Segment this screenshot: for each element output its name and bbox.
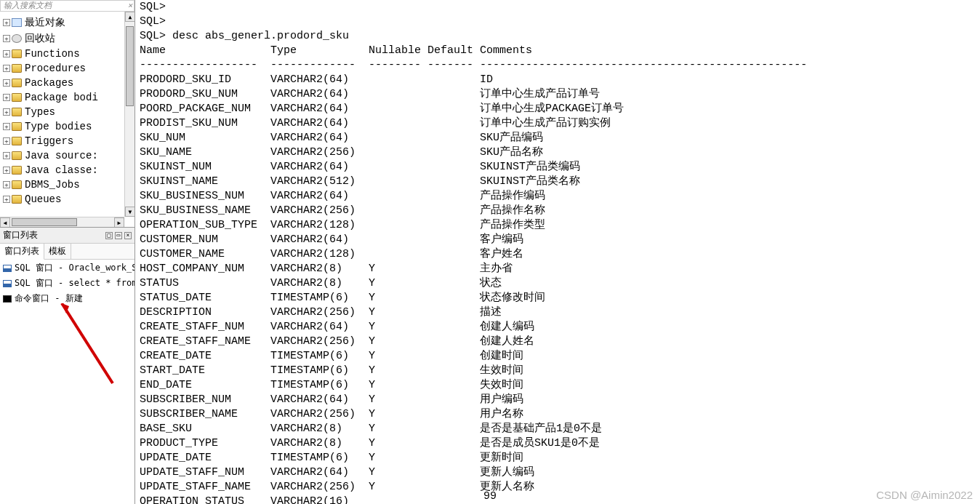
search-input[interactable]: 输入搜索文档 × xyxy=(0,0,134,12)
output-line: STATUS_DATE TIMESTAMP(6) Y 状态修改时间 xyxy=(140,291,980,305)
tree-item-label: Java source: xyxy=(25,150,98,161)
object-tree: +最近对象+回收站+Functions+Procedures+Packages+… xyxy=(0,12,134,227)
page-number: 99 xyxy=(483,490,497,503)
clear-icon[interactable]: × xyxy=(127,1,132,11)
window-list-item[interactable]: 命令窗口 - 新建 xyxy=(0,291,134,306)
command-output[interactable]: SQL> SQL> SQL> desc abs_generl.prodord_s… xyxy=(135,0,980,504)
tree-item[interactable]: +Package bodi xyxy=(0,90,134,105)
output-line: SKU_BUSINESS_NUM VARCHAR2(64) 产品操作编码 xyxy=(140,189,980,204)
output-line: OPERATION_SUB_TYPE VARCHAR2(128) 产品操作类型 xyxy=(140,218,980,233)
window-list-item[interactable]: SQL 窗口 - select * from ab xyxy=(0,276,134,291)
output-line: SKUINST_NUM VARCHAR2(64) SKUINST产品类编码 xyxy=(140,160,980,175)
folder-icon xyxy=(12,49,22,58)
window-list-items: SQL 窗口 - Oracle_work_SQL.SQL 窗口 - select… xyxy=(0,260,134,504)
output-line: SKU_BUSINESS_NAME VARCHAR2(256) 产品操作名称 xyxy=(140,204,980,218)
scroll-left-icon[interactable]: ◀ xyxy=(0,217,10,227)
tree-item[interactable]: +Procedures xyxy=(0,61,134,76)
expand-icon[interactable]: + xyxy=(3,94,10,101)
output-line: CREATE_DATE TIMESTAMP(6) Y 创建时间 xyxy=(140,349,980,364)
tree-item-label: Functions xyxy=(25,48,80,60)
tree-item[interactable]: +回收站 xyxy=(0,31,134,47)
expand-icon[interactable]: + xyxy=(3,65,10,72)
expand-icon[interactable]: + xyxy=(3,35,10,42)
tree-item[interactable]: +Packages xyxy=(0,76,134,90)
output-line: POORD_PACKAGE_NUM VARCHAR2(64) 订单中心生成PAC… xyxy=(140,102,980,116)
output-line: SKU_NAME VARCHAR2(256) SKU产品名称 xyxy=(140,145,980,160)
tree-item[interactable]: +Triggers xyxy=(0,134,134,148)
folder-icon xyxy=(12,108,22,116)
window-list-tab[interactable]: 窗口列表 xyxy=(0,244,44,260)
window-list-item-label: SQL 窗口 - select * from ab xyxy=(15,277,134,289)
annotation-arrow-icon xyxy=(55,303,120,391)
output-line: CUSTOMER_NAME VARCHAR2(128) 客户姓名 xyxy=(140,247,980,262)
tree-item[interactable]: +Functions xyxy=(0,47,134,61)
window-list-header: 窗口列表 □ ▭ × xyxy=(0,228,134,244)
tree-scrollbar-vertical[interactable]: ▲ ▼ xyxy=(124,12,134,217)
tree-item[interactable]: +Java source: xyxy=(0,148,134,163)
tree-item-label: Type bodies xyxy=(25,121,92,132)
tree-item-label: 回收站 xyxy=(25,32,55,45)
output-line: UPDATE_STAFF_NAME VARCHAR2(256) Y 更新人名称 xyxy=(140,480,980,495)
scroll-down-icon[interactable]: ▼ xyxy=(125,207,134,217)
output-line: PRODIST_SKU_NUM VARCHAR2(64) 订单中心生成产品订购实… xyxy=(140,116,980,131)
tree-item[interactable]: +DBMS_Jobs xyxy=(0,177,134,192)
output-line: START_DATE TIMESTAMP(6) Y 生效时间 xyxy=(140,364,980,378)
output-line: PRODORD_SKU_ID VARCHAR2(64) ID xyxy=(140,73,980,87)
sql-window-icon xyxy=(3,265,12,272)
window-list-tab[interactable]: 模板 xyxy=(44,244,71,259)
tree-item[interactable]: +Types xyxy=(0,105,134,119)
svg-line-0 xyxy=(62,303,113,383)
tree-item-label: 最近对象 xyxy=(25,16,65,29)
folder-icon xyxy=(12,195,22,204)
output-line: SQL> desc abs_generl.prodord_sku xyxy=(140,29,980,44)
recent-icon xyxy=(12,18,22,27)
window-list-item[interactable]: SQL 窗口 - Oracle_work_SQL. xyxy=(0,260,134,276)
expand-icon[interactable]: + xyxy=(3,181,10,188)
window-list-panel: 窗口列表 □ ▭ × 窗口列表模板 SQL 窗口 - Oracle_work_S… xyxy=(0,227,134,504)
scroll-right-icon[interactable]: ▶ xyxy=(114,217,124,227)
output-line: CUSTOMER_NUM VARCHAR2(64) 客户编码 xyxy=(140,233,980,247)
output-line: UPDATE_STAFF_NUM VARCHAR2(64) Y 更新人编码 xyxy=(140,465,980,480)
expand-icon[interactable]: + xyxy=(3,19,10,26)
output-line: CREATE_STAFF_NAME VARCHAR2(256) Y 创建人姓名 xyxy=(140,335,980,349)
expand-icon[interactable]: + xyxy=(3,167,10,174)
tree-item-label: Queues xyxy=(25,193,61,205)
output-line: CREATE_STAFF_NUM VARCHAR2(64) Y 创建人编码 xyxy=(140,320,980,335)
folder-icon xyxy=(12,79,22,87)
output-line: OPERATION_STATUS VARCHAR2(16) xyxy=(140,495,980,504)
tree-item[interactable]: +Queues xyxy=(0,192,134,207)
output-line: SQL> xyxy=(140,15,980,29)
output-line: BASE_SKU VARCHAR2(8) Y 是否是基础产品1是0不是 xyxy=(140,422,980,436)
expand-icon[interactable]: + xyxy=(3,50,10,57)
command-window-icon xyxy=(3,295,12,303)
folder-icon xyxy=(12,166,22,175)
tree-item-label: Triggers xyxy=(25,135,73,147)
output-line: UPDATE_DATE TIMESTAMP(6) Y 更新时间 xyxy=(140,451,980,465)
close-icon[interactable]: × xyxy=(124,232,132,239)
dock-icon[interactable]: ▭ xyxy=(115,232,122,239)
expand-icon[interactable]: + xyxy=(3,152,10,159)
tree-scrollbar-horizontal[interactable]: ◀ ▶ xyxy=(0,217,124,227)
window-list-tabs: 窗口列表模板 xyxy=(0,244,134,260)
output-line: SUBSCRIBER_NAME VARCHAR2(256) Y 用户名称 xyxy=(140,407,980,422)
pin-icon[interactable]: □ xyxy=(105,232,113,239)
output-line: DESCRIPTION VARCHAR2(256) Y 描述 xyxy=(140,305,980,320)
sql-window-icon xyxy=(3,280,12,287)
tree-item[interactable]: +Type bodies xyxy=(0,119,134,134)
tree-item-label: Java classe: xyxy=(25,164,98,176)
left-panel: 输入搜索文档 × +最近对象+回收站+Functions+Procedures+… xyxy=(0,0,135,504)
expand-icon[interactable]: + xyxy=(3,108,10,116)
window-list-title: 窗口列表 xyxy=(3,229,38,241)
output-line: SUBSCRIBER_NUM VARCHAR2(64) Y 用户编码 xyxy=(140,393,980,407)
folder-icon xyxy=(12,93,22,102)
tree-item[interactable]: +Java classe: xyxy=(0,163,134,177)
tree-item-label: Package bodi xyxy=(25,92,98,103)
scroll-up-icon[interactable]: ▲ xyxy=(125,12,134,22)
expand-icon[interactable]: + xyxy=(3,196,10,203)
output-line: STATUS VARCHAR2(8) Y 状态 xyxy=(140,276,980,291)
tree-item[interactable]: +最近对象 xyxy=(0,15,134,31)
output-line: PRODUCT_TYPE VARCHAR2(8) Y 是否是成员SKU1是0不是 xyxy=(140,436,980,451)
expand-icon[interactable]: + xyxy=(3,79,10,87)
expand-icon[interactable]: + xyxy=(3,137,10,145)
expand-icon[interactable]: + xyxy=(3,123,10,130)
